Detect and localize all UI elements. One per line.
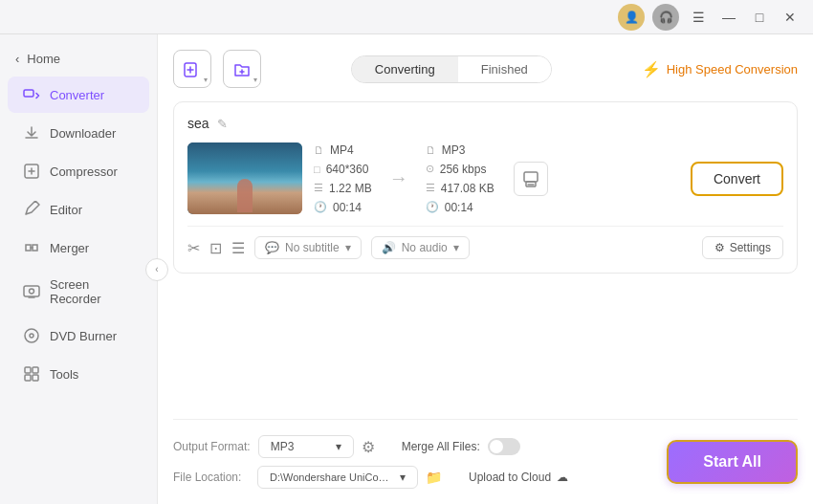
close-button[interactable]: ✕ xyxy=(779,6,802,29)
high-speed-conversion-button[interactable]: ⚡ High Speed Conversion xyxy=(642,60,798,78)
sidebar-home[interactable]: ‹ Home xyxy=(0,42,157,76)
target-bitrate-row: ⊙ 256 kbps xyxy=(426,163,494,176)
file-actions: ✂ ⊡ ☰ 💬 No subtitle ▾ 🔊 No audio ▾ ⚙ Set… xyxy=(187,226,783,259)
effects-icon[interactable]: ☰ xyxy=(231,239,245,257)
add-files-dropdown-arrow: ▾ xyxy=(204,76,208,84)
subtitle-dropdown[interactable]: 💬 No subtitle ▾ xyxy=(254,236,362,259)
tools-icon xyxy=(23,365,40,383)
home-label: Home xyxy=(27,52,60,66)
thumbnail-image xyxy=(187,142,302,214)
sidebar-item-dvd-burner[interactable]: DVD Burner xyxy=(8,318,149,354)
sidebar-item-screen-recorder[interactable]: Screen Recorder xyxy=(8,268,149,316)
sidebar-item-label: Merger xyxy=(50,241,89,255)
file-card: sea ✎ 🗋 MP4 xyxy=(173,101,798,274)
sidebar-item-compressor[interactable]: Compressor xyxy=(8,153,149,189)
sidebar-item-label: Screen Recorder xyxy=(50,277,134,306)
converter-icon xyxy=(23,86,40,103)
add-folder-button[interactable]: ▾ xyxy=(223,50,261,88)
audio-dropdown[interactable]: 🔊 No audio ▾ xyxy=(371,236,470,259)
add-folder-dropdown-arrow: ▾ xyxy=(253,76,257,84)
svg-rect-8 xyxy=(25,375,31,381)
add-files-button[interactable]: ▾ xyxy=(173,50,211,88)
sidebar-item-downloader[interactable]: Downloader xyxy=(8,115,149,151)
convert-arrow-icon: → xyxy=(389,167,408,189)
convert-button[interactable]: Convert xyxy=(691,162,783,196)
crop-icon[interactable]: ⊡ xyxy=(209,239,222,257)
sidebar-collapse-button[interactable]: ‹ xyxy=(145,258,168,281)
downloader-icon xyxy=(23,124,40,142)
bottom-bar: Output Format: MP3 ▾ ⚙ Merge All Files: … xyxy=(173,419,798,489)
target-size-icon: ☰ xyxy=(426,182,435,194)
source-size: 1.22 MB xyxy=(329,182,372,195)
toolbar-left: ▾ ▾ xyxy=(173,50,261,88)
tab-finished[interactable]: Finished xyxy=(458,56,551,82)
file-location-dropdown[interactable]: D:\Wondershare UniConverter 1 ▾ xyxy=(257,466,418,489)
dvd-burner-icon xyxy=(23,327,40,344)
edit-filename-icon[interactable]: ✎ xyxy=(217,117,228,131)
format-dropdown-arrow: ▾ xyxy=(336,440,341,453)
lightning-icon: ⚡ xyxy=(642,60,661,78)
hamburger-menu-button[interactable]: ☰ xyxy=(687,6,710,29)
start-all-button[interactable]: Start All xyxy=(667,440,798,484)
file-info: 🗋 MP4 □ 640*360 ☰ 1.22 MB 🕐 xyxy=(302,143,691,214)
user-avatar-icon[interactable]: 👤 xyxy=(618,4,645,31)
sidebar-item-editor[interactable]: Editor xyxy=(8,191,149,228)
open-folder-icon[interactable]: 📁 xyxy=(426,470,442,485)
subtitle-icon: 💬 xyxy=(265,241,279,254)
sidebar-item-label: DVD Burner xyxy=(50,329,117,343)
source-format-row: 🗋 MP4 xyxy=(314,143,372,157)
sidebar-item-merger[interactable]: Merger xyxy=(8,230,149,266)
cut-icon[interactable]: ✂ xyxy=(187,239,200,257)
settings-label: Settings xyxy=(730,241,771,254)
svg-point-3 xyxy=(30,289,34,294)
source-size-row: ☰ 1.22 MB xyxy=(314,182,372,195)
convert-button-area: Convert xyxy=(691,162,783,196)
output-format-dropdown[interactable]: MP3 ▾ xyxy=(258,435,354,458)
settings-icon[interactable]: ⚙ xyxy=(362,438,375,456)
gear-icon: ⚙ xyxy=(714,241,725,254)
merge-files-toggle[interactable] xyxy=(488,438,520,455)
app-body: ‹ Home Converter Downloader Compressor xyxy=(0,34,813,504)
sidebar-item-label: Tools xyxy=(50,367,78,382)
device-icon-area xyxy=(514,162,548,196)
compressor-icon xyxy=(23,163,40,180)
sidebar-item-tools[interactable]: Tools xyxy=(8,356,149,392)
target-bitrate: 256 kbps xyxy=(440,163,487,176)
source-resolution: 640*360 xyxy=(326,163,369,176)
subtitle-dropdown-arrow: ▾ xyxy=(345,241,351,254)
file-body: 🗋 MP4 □ 640*360 ☰ 1.22 MB 🕐 xyxy=(187,142,783,214)
headset-icon[interactable]: 🎧 xyxy=(652,4,679,31)
tab-converting[interactable]: Converting xyxy=(352,56,458,82)
audio-wave-icon: 🔊 xyxy=(382,241,396,254)
upload-cloud-group[interactable]: Upload to Cloud ☁ xyxy=(469,471,568,484)
resolution-icon: □ xyxy=(314,164,320,175)
screen-recorder-icon xyxy=(23,283,40,300)
sidebar-item-label: Converter xyxy=(50,88,104,102)
file-header: sea ✎ xyxy=(187,116,783,131)
device-icon-button[interactable] xyxy=(514,162,548,196)
merge-files-label: Merge All Files: xyxy=(402,440,480,453)
file-title: sea xyxy=(187,116,209,131)
size-icon: ☰ xyxy=(314,182,323,194)
sidebar-item-label: Editor xyxy=(50,203,82,217)
svg-rect-2 xyxy=(24,286,39,296)
source-duration-row: 🕐 00:14 xyxy=(314,201,372,214)
svg-rect-7 xyxy=(33,367,38,373)
sidebar-item-converter[interactable]: Converter xyxy=(8,77,149,113)
maximize-button[interactable]: □ xyxy=(748,6,771,29)
source-format: MP4 xyxy=(330,143,354,157)
toolbar: ▾ ▾ Converting Finished ⚡ High Speed Con… xyxy=(173,50,798,88)
file-thumbnail xyxy=(187,142,302,214)
minimize-button[interactable]: — xyxy=(717,6,740,29)
file-location-label: File Location: xyxy=(173,471,250,484)
settings-button[interactable]: ⚙ Settings xyxy=(702,236,783,259)
file-type-icon: 🗋 xyxy=(314,144,324,156)
main-content: ▾ ▾ Converting Finished ⚡ High Speed Con… xyxy=(158,34,813,504)
sidebar: ‹ Home Converter Downloader Compressor xyxy=(0,34,158,504)
output-format-value: MP3 xyxy=(271,440,295,453)
svg-rect-9 xyxy=(33,375,38,381)
location-dropdown-arrow: ▾ xyxy=(400,471,406,484)
cloud-upload-icon: ☁ xyxy=(557,471,568,484)
target-size-row: ☰ 417.08 KB xyxy=(426,182,494,195)
target-duration-icon: 🕐 xyxy=(426,201,439,213)
